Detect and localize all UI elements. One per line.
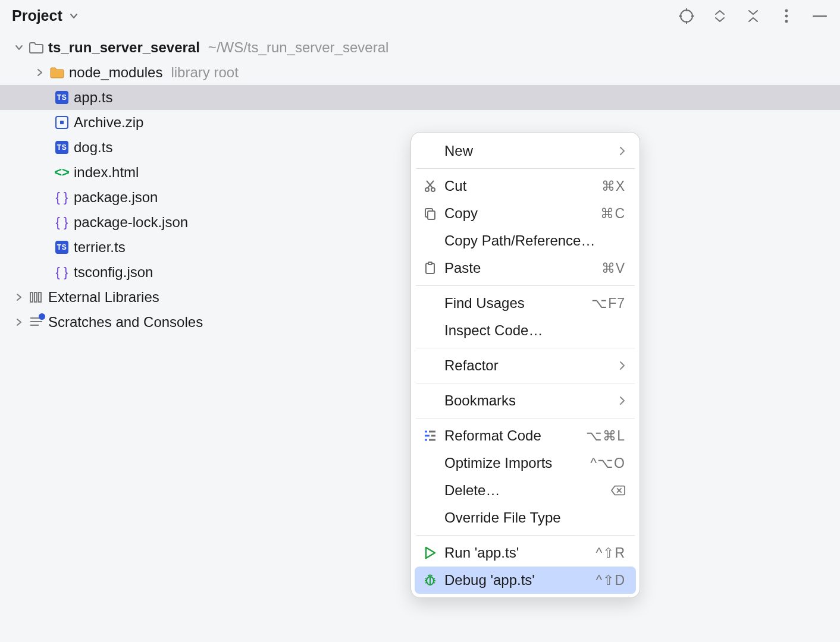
context-menu-label: Reformat Code — [444, 427, 579, 444]
context-menu-item[interactable]: Cut⌘X — [415, 172, 636, 200]
chevron-right-icon — [619, 143, 625, 159]
panel-header: Project — [0, 0, 840, 35]
project-tree[interactable]: ts_run_server_several ~/WS/ts_run_server… — [0, 35, 840, 642]
context-menu-item[interactable]: Reformat Code⌥⌘L — [415, 422, 636, 449]
context-menu-item[interactable]: Paste⌘V — [415, 254, 636, 282]
context-menu-item[interactable]: New — [415, 137, 636, 165]
file-type-icon: { } — [55, 265, 69, 279]
archive-file-icon — [55, 116, 68, 129]
context-menu-shortcut: ⌥⌘L — [586, 428, 625, 444]
panel-title[interactable]: Project — [12, 7, 79, 24]
context-menu-label: Inspect Code… — [444, 322, 625, 339]
context-icon-spacer — [423, 358, 437, 373]
json-file-icon: { } — [56, 215, 68, 230]
svg-line-18 — [427, 181, 432, 188]
context-menu-label: Debug 'app.ts' — [444, 572, 589, 588]
context-menu-item[interactable]: Run 'app.ts'^⇧R — [415, 539, 636, 567]
context-menu-item[interactable]: Delete… — [415, 477, 636, 504]
copy-icon — [423, 206, 437, 221]
context-menu-label: Cut — [444, 178, 594, 194]
context-menu-label: Run 'app.ts' — [444, 545, 589, 561]
context-menu-label: Refactor — [444, 357, 612, 374]
chevron-right-icon[interactable] — [35, 68, 45, 77]
context-menu-shortcut: ^⌥O — [590, 455, 625, 471]
tree-file[interactable]: Archive.zip — [0, 110, 840, 135]
chevron-right-icon — [619, 392, 625, 409]
run-icon — [423, 546, 437, 560]
context-icon-spacer — [423, 483, 437, 498]
context-menu-item[interactable]: Inspect Code… — [415, 317, 636, 344]
context-icon-spacer — [423, 234, 437, 248]
cut-icon — [423, 179, 437, 193]
context-menu-label: Find Usages — [444, 295, 584, 311]
context-menu-item[interactable]: Override File Type — [415, 504, 636, 531]
root-path: ~/WS/ts_run_server_several — [208, 39, 388, 56]
paste-icon — [423, 261, 437, 275]
node-modules-label: node_modules — [69, 64, 162, 81]
folder-icon — [29, 40, 43, 55]
context-menu-separator — [416, 348, 635, 348]
hide-panel-icon[interactable] — [811, 8, 828, 24]
tree-file[interactable]: TSapp.ts — [0, 85, 840, 110]
panel-actions — [678, 8, 828, 24]
file-type-icon: <> — [55, 165, 69, 180]
svg-point-0 — [681, 10, 692, 22]
context-menu-separator — [416, 418, 635, 418]
typescript-file-icon: TS — [55, 241, 68, 254]
context-menu-shortcut: ⌘C — [600, 206, 625, 222]
context-menu-item[interactable]: Bookmarks — [415, 387, 636, 414]
context-menu-label: Copy Path/Reference… — [444, 232, 625, 249]
file-name: dog.ts — [74, 139, 112, 156]
svg-point-7 — [785, 20, 788, 23]
context-menu-label: Copy — [444, 205, 593, 222]
file-type-icon: TS — [55, 140, 69, 155]
root-name: ts_run_server_several — [48, 39, 200, 56]
chevron-right-icon[interactable] — [14, 318, 24, 326]
file-type-icon: { } — [55, 215, 69, 229]
file-name: package.json — [74, 189, 158, 206]
node-modules-note: library root — [171, 64, 238, 81]
file-type-icon: { } — [55, 190, 69, 204]
context-menu-label: Delete… — [444, 482, 604, 499]
collapse-all-icon[interactable] — [745, 8, 761, 24]
chevron-down-icon[interactable] — [14, 43, 24, 52]
context-icon-spacer — [423, 323, 437, 338]
html-file-icon: <> — [54, 165, 70, 180]
svg-point-16 — [431, 188, 435, 191]
chevron-right-icon[interactable] — [14, 293, 24, 301]
file-type-icon — [55, 115, 69, 130]
context-menu-item[interactable]: Copy⌘C — [415, 200, 636, 227]
context-menu-item[interactable]: Refactor — [415, 352, 636, 379]
typescript-file-icon: TS — [55, 141, 68, 154]
svg-point-5 — [785, 9, 788, 12]
more-options-icon[interactable] — [778, 8, 795, 24]
context-menu-item[interactable]: Debug 'app.ts'^⇧D — [415, 567, 636, 594]
context-menu-item[interactable]: Copy Path/Reference… — [415, 227, 636, 254]
context-menu-separator — [416, 168, 635, 169]
context-menu-label: Paste — [444, 260, 594, 276]
context-menu[interactable]: NewCut⌘XCopy⌘CCopy Path/Reference…Paste⌘… — [410, 132, 640, 598]
context-icon-spacer — [423, 511, 437, 525]
svg-point-6 — [785, 14, 788, 17]
chevron-right-icon — [619, 357, 625, 374]
context-menu-separator — [416, 383, 635, 383]
file-name: package-lock.json — [74, 214, 188, 231]
expand-all-icon[interactable] — [712, 8, 728, 24]
context-menu-shortcut: ⌘X — [601, 178, 625, 194]
debug-icon — [423, 573, 437, 587]
svg-rect-9 — [30, 292, 33, 302]
svg-point-15 — [425, 188, 429, 191]
library-folder-icon — [50, 65, 64, 80]
context-menu-label: Override File Type — [444, 509, 625, 526]
context-menu-item[interactable]: Optimize Imports^⌥O — [415, 449, 636, 477]
context-menu-shortcut: ⌘V — [601, 260, 625, 276]
tree-node-modules[interactable]: node_modules library root — [0, 60, 840, 85]
tree-root[interactable]: ts_run_server_several ~/WS/ts_run_server… — [0, 35, 840, 60]
scratches-label: Scratches and Consoles — [48, 314, 203, 331]
svg-rect-22 — [428, 262, 432, 265]
context-menu-shortcut: ⌥F7 — [591, 295, 625, 311]
context-menu-item[interactable]: Find Usages⌥F7 — [415, 289, 636, 317]
backspace-icon — [611, 483, 625, 498]
locate-icon[interactable] — [678, 8, 695, 24]
json-file-icon: { } — [56, 190, 68, 205]
